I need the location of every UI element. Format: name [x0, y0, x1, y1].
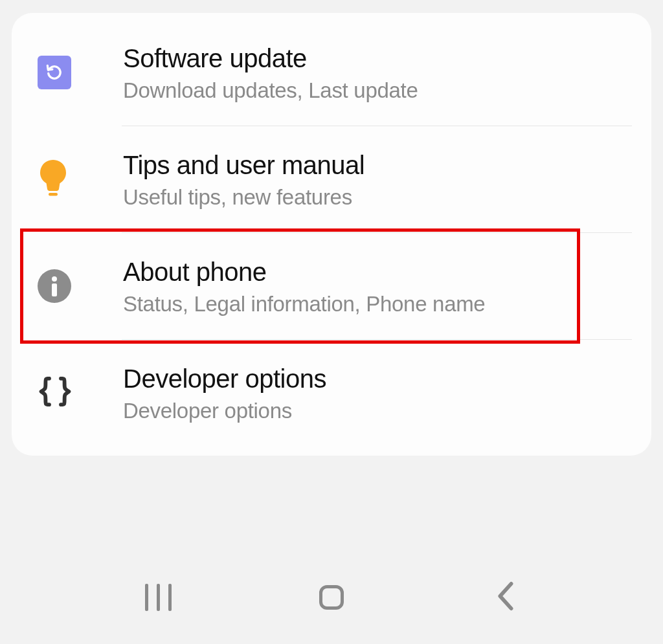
- dev-icon-wrap: [38, 377, 76, 409]
- nav-back-button[interactable]: [479, 572, 531, 623]
- setting-item-tips-manual[interactable]: Tips and user manual Useful tips, new fe…: [12, 126, 651, 232]
- code-braces-icon: [38, 377, 73, 409]
- setting-text: About phone Status, Legal information, P…: [123, 256, 632, 316]
- setting-subtitle: Useful tips, new features: [123, 185, 632, 210]
- setting-title: About phone: [123, 256, 632, 288]
- setting-text: Developer options Developer options: [123, 362, 632, 423]
- lightbulb-icon: [38, 158, 69, 201]
- setting-text: Tips and user manual Useful tips, new fe…: [123, 149, 632, 210]
- back-icon: [496, 581, 514, 614]
- info-icon: [38, 269, 71, 303]
- software-update-icon-wrap: [38, 56, 76, 89]
- setting-item-software-update[interactable]: Software update Download updates, Last u…: [12, 19, 651, 126]
- setting-subtitle: Download updates, Last update: [123, 78, 632, 103]
- setting-item-developer-options[interactable]: Developer options Developer options: [12, 340, 651, 436]
- setting-text: Software update Download updates, Last u…: [123, 42, 632, 103]
- setting-title: Tips and user manual: [123, 149, 632, 181]
- settings-list: Software update Download updates, Last u…: [12, 13, 651, 456]
- setting-item-about-phone[interactable]: About phone Status, Legal information, P…: [12, 233, 651, 339]
- nav-home-button[interactable]: [306, 572, 357, 623]
- setting-title: Software update: [123, 42, 632, 74]
- nav-recent-button[interactable]: [132, 572, 184, 623]
- refresh-icon: [44, 62, 65, 83]
- software-update-icon: [38, 56, 71, 89]
- navigation-bar: [0, 550, 663, 644]
- tips-icon-wrap: [38, 158, 76, 201]
- about-icon-wrap: [38, 269, 76, 303]
- home-icon: [319, 585, 344, 610]
- setting-subtitle: Developer options: [123, 399, 632, 423]
- recent-apps-icon: [145, 584, 172, 611]
- setting-title: Developer options: [123, 362, 632, 395]
- setting-subtitle: Status, Legal information, Phone name: [123, 292, 632, 316]
- svg-rect-0: [49, 193, 58, 195]
